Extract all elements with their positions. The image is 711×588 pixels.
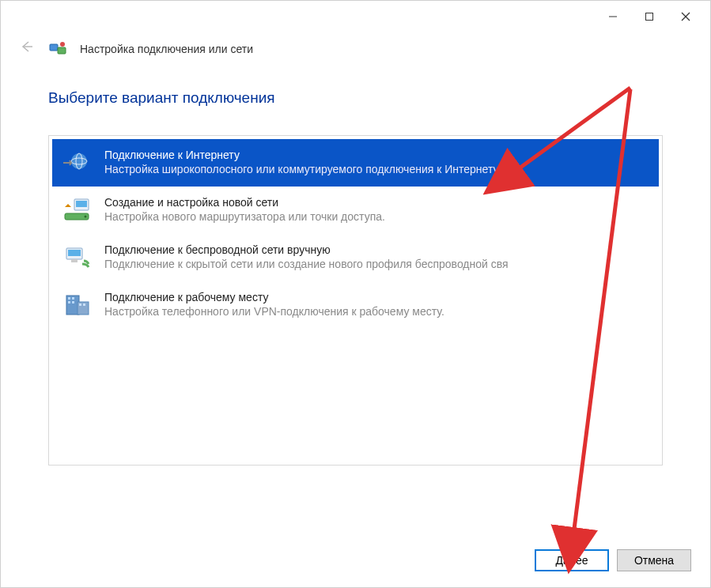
options-list: Подключение к Интернету Настройка широко… — [48, 135, 663, 466]
back-arrow-icon[interactable] — [17, 39, 36, 59]
footer-buttons: Далее Отмена — [535, 549, 691, 571]
option-create-network[interactable]: Создание и настройка новой сети Настройк… — [52, 187, 659, 234]
globe-icon — [62, 147, 93, 179]
option-title: Подключение к Интернету — [104, 149, 649, 161]
svg-rect-6 — [58, 47, 66, 54]
svg-rect-17 — [71, 259, 78, 262]
option-desc: Настройка широкополосного или коммутируе… — [104, 163, 649, 175]
router-icon — [62, 194, 93, 226]
svg-rect-20 — [72, 297, 74, 300]
option-title: Создание и настройка новой сети — [104, 196, 649, 209]
option-title: Подключение к рабочему месту — [104, 291, 649, 303]
option-workplace[interactable]: Подключение к рабочему месту Настройка т… — [52, 281, 659, 329]
window-title: Настройка подключения или сети — [80, 43, 253, 55]
svg-rect-22 — [72, 301, 74, 303]
svg-rect-1 — [646, 13, 653, 21]
network-setup-icon — [48, 40, 67, 58]
option-wireless-manual[interactable]: Подключение к беспроводной сети вручную … — [52, 234, 659, 281]
cancel-button[interactable]: Отмена — [617, 549, 691, 571]
svg-rect-21 — [68, 301, 70, 303]
close-button[interactable] — [668, 4, 704, 29]
svg-rect-5 — [50, 44, 58, 51]
option-desc: Подключение к скрытой сети или создание … — [104, 258, 649, 270]
svg-point-7 — [60, 42, 65, 47]
option-desc: Настройка телефонного или VPN-подключени… — [104, 305, 649, 318]
maximize-button[interactable] — [631, 4, 668, 29]
header: Настройка подключения или сети — [1, 32, 710, 74]
titlebar — [1, 1, 710, 32]
wireless-icon — [62, 242, 93, 273]
page-heading: Выберите вариант подключения — [48, 89, 663, 107]
workplace-icon — [62, 289, 93, 321]
svg-rect-16 — [68, 250, 81, 256]
svg-point-14 — [85, 216, 87, 218]
next-button[interactable]: Далее — [535, 549, 609, 571]
option-title: Подключение к беспроводной сети вручную — [104, 243, 649, 256]
svg-rect-12 — [76, 201, 87, 207]
svg-rect-25 — [83, 303, 85, 306]
svg-rect-19 — [68, 297, 70, 300]
svg-rect-24 — [79, 303, 81, 306]
content-area: Выберите вариант подключения Подключение… — [1, 74, 710, 466]
svg-point-8 — [71, 153, 87, 169]
option-desc: Настройка нового маршрутизатора или точк… — [104, 210, 649, 223]
option-internet-connection[interactable]: Подключение к Интернету Настройка широко… — [52, 139, 659, 187]
minimize-button[interactable] — [595, 4, 631, 29]
